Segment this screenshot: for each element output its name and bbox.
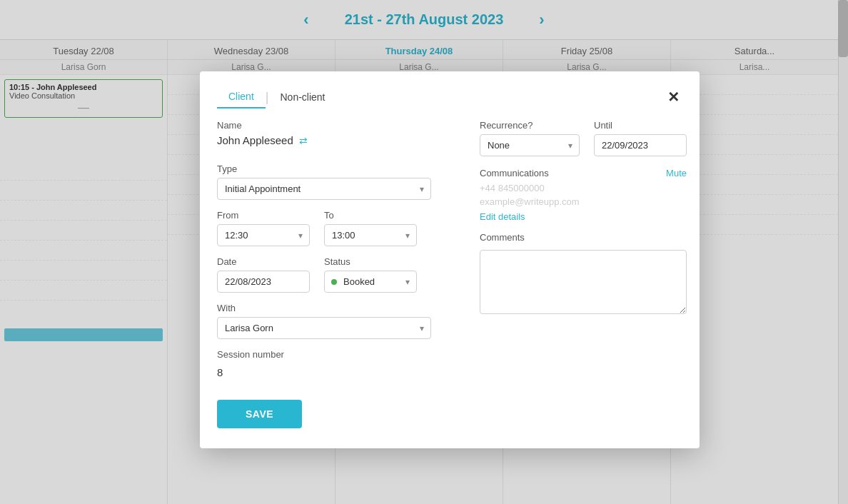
type-label: Type <box>217 163 431 174</box>
name-value: John Appleseed <box>217 134 293 146</box>
with-select-wrapper: Larisa Gorn <box>217 317 431 339</box>
recurrence-select-wrapper: None Daily Weekly Monthly <box>480 134 580 156</box>
with-select[interactable]: Larisa Gorn <box>217 317 431 339</box>
until-label: Until <box>594 120 687 131</box>
from-select-wrapper: 12:30 12:00 13:00 <box>217 224 310 246</box>
name-row: John Appleseed ⇄ <box>217 134 431 146</box>
recurrence-row: Recurrence? None Daily Weekly Monthly Un… <box>480 120 687 156</box>
recurrence-label: Recurrence? <box>480 120 580 131</box>
appointment-modal: Client | Non-client ✕ Name John Applesee… <box>200 71 700 448</box>
session-number-value: 8 <box>217 366 431 378</box>
mute-link[interactable]: Mute <box>666 168 687 178</box>
until-group: Until <box>594 120 687 156</box>
swap-icon[interactable]: ⇄ <box>299 135 308 146</box>
tab-non-client[interactable]: Non-client <box>268 86 336 109</box>
recurrence-select[interactable]: None Daily Weekly Monthly <box>480 134 580 156</box>
type-select[interactable]: Initial Appointment Follow-up Video Cons… <box>217 178 431 200</box>
comments-textarea[interactable] <box>480 250 687 314</box>
save-button[interactable]: SAVE <box>217 400 302 428</box>
until-input[interactable] <box>594 134 687 156</box>
modal-body: Name John Appleseed ⇄ Type Initial Appoi… <box>217 120 682 428</box>
communications-header: Communications Mute <box>480 168 687 178</box>
type-select-wrapper: Initial Appointment Follow-up Video Cons… <box>217 178 431 200</box>
communications-label: Communications <box>480 168 549 178</box>
date-group: Date <box>217 256 310 293</box>
tab-client[interactable]: Client <box>217 86 266 109</box>
comments-group: Comments <box>480 232 687 314</box>
phone-placeholder: +44 845000000 <box>480 183 687 193</box>
status-group: Status Booked Cancelled Attended <box>324 256 417 293</box>
with-group: With Larisa Gorn <box>217 303 431 339</box>
with-label: With <box>217 303 431 313</box>
to-select[interactable]: 13:00 13:30 14:00 <box>324 224 417 246</box>
from-label: From <box>217 210 310 221</box>
modal-left-col: Name John Appleseed ⇄ Type Initial Appoi… <box>217 120 431 428</box>
date-input[interactable] <box>217 271 310 293</box>
to-group: To 13:00 13:30 14:00 <box>324 210 417 246</box>
session-label: Session number <box>217 349 431 360</box>
communications-section: Communications Mute +44 845000000 exampl… <box>480 168 687 222</box>
date-label: Date <box>217 256 310 267</box>
status-label: Status <box>324 256 417 267</box>
to-label: To <box>324 210 417 221</box>
modal-header: Client | Non-client ✕ <box>217 86 682 109</box>
recurrence-group: Recurrence? None Daily Weekly Monthly <box>480 120 580 156</box>
from-to-row: From 12:30 12:00 13:00 To 13:00 <box>217 210 431 246</box>
name-group: Name John Appleseed ⇄ <box>217 120 431 156</box>
to-select-wrapper: 13:00 13:30 14:00 <box>324 224 417 246</box>
modal-right-col: Recurrence? None Daily Weekly Monthly Un… <box>480 120 687 428</box>
modal-tabs: Client | Non-client <box>217 86 337 109</box>
session-group: Session number 8 <box>217 349 431 378</box>
date-status-row: Date Status Booked Cancelled Attended <box>217 256 431 293</box>
email-placeholder: example@writeupp.com <box>480 196 687 207</box>
name-label: Name <box>217 120 431 131</box>
status-select-wrapper: Booked Cancelled Attended <box>324 271 417 293</box>
type-group: Type Initial Appointment Follow-up Video… <box>217 163 431 200</box>
comments-label: Comments <box>480 232 687 243</box>
close-button[interactable]: ✕ <box>665 90 682 104</box>
from-group: From 12:30 12:00 13:00 <box>217 210 310 246</box>
edit-details-link[interactable]: Edit details <box>480 211 687 222</box>
status-select[interactable]: Booked Cancelled Attended <box>324 271 417 293</box>
from-select[interactable]: 12:30 12:00 13:00 <box>217 224 310 246</box>
